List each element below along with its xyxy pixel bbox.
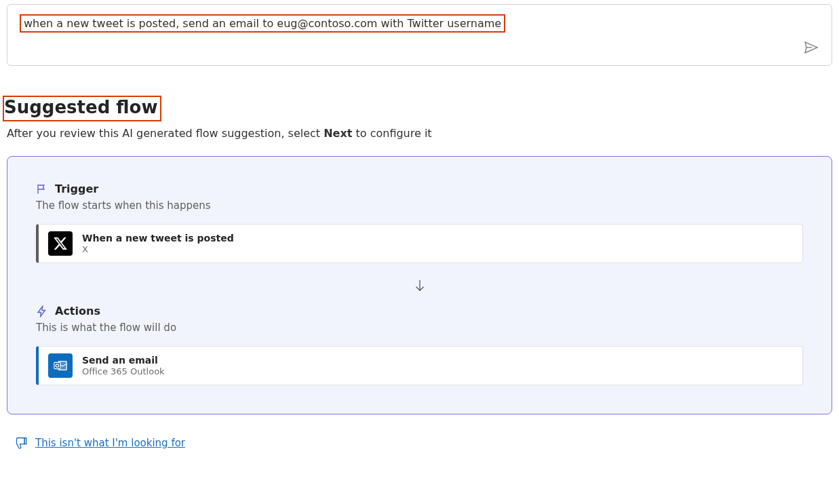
x-twitter-icon <box>48 231 73 256</box>
suggested-desc-bold: Next <box>324 127 352 140</box>
prompt-text: when a new tweet is posted, send an emai… <box>24 17 501 30</box>
trigger-sub: The flow starts when this happens <box>36 199 803 212</box>
outlook-icon <box>48 353 73 378</box>
prompt-input-box[interactable]: when a new tweet is posted, send an emai… <box>7 4 832 66</box>
suggested-title-highlight: Suggested flow <box>3 96 161 121</box>
actions-section: Actions This is what the flow will do Se… <box>36 305 803 385</box>
trigger-step-title: When a new tweet is posted <box>82 233 234 244</box>
flow-arrow <box>36 278 803 295</box>
feedback-link[interactable]: This isn't what I'm looking for <box>35 437 185 449</box>
actions-heading-text: Actions <box>55 305 100 317</box>
trigger-section: Trigger The flow starts when this happen… <box>36 182 803 263</box>
actions-sub: This is what the flow will do <box>36 322 803 334</box>
suggested-title: Suggested flow <box>4 97 157 117</box>
thumbs-down-icon[interactable] <box>15 436 28 450</box>
trigger-step-card[interactable]: When a new tweet is posted X <box>36 224 803 263</box>
suggested-desc-before: After you review this AI generated flow … <box>7 127 324 140</box>
action-step-text: Send an email Office 365 Outlook <box>82 355 165 376</box>
action-step-card[interactable]: Send an email Office 365 Outlook <box>36 346 803 385</box>
prompt-highlight-wrap: when a new tweet is posted, send an emai… <box>20 14 505 33</box>
svg-rect-4 <box>54 362 60 368</box>
trigger-heading-text: Trigger <box>55 182 98 195</box>
suggested-flow-section: Suggested flow After you review this AI … <box>7 96 832 450</box>
trigger-header: Trigger <box>36 182 803 195</box>
suggested-description: After you review this AI generated flow … <box>7 127 832 140</box>
send-icon <box>803 39 819 56</box>
suggested-desc-after: to configure it <box>352 127 431 140</box>
trigger-step-sub: X <box>82 244 234 254</box>
flag-icon <box>36 183 48 195</box>
actions-header: Actions <box>36 305 803 317</box>
action-step-title: Send an email <box>82 355 165 366</box>
feedback-row: This isn't what I'm looking for <box>7 436 832 450</box>
flow-card: Trigger The flow starts when this happen… <box>7 156 832 414</box>
trigger-step-text: When a new tweet is posted X <box>82 233 234 254</box>
arrow-down-icon <box>412 278 427 293</box>
lightning-icon <box>36 305 48 317</box>
action-step-sub: Office 365 Outlook <box>82 366 165 376</box>
send-button[interactable] <box>803 39 819 56</box>
